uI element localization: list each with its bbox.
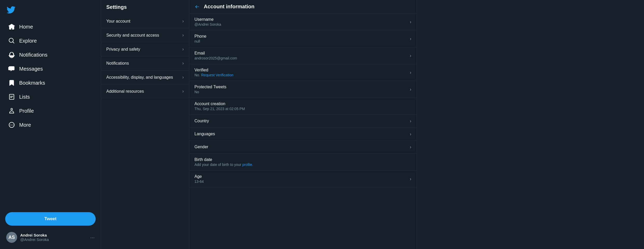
account-row-left-languages: Languages: [194, 132, 410, 137]
settings-item-label-accessibility: Accessibility, display, and languages: [106, 75, 173, 80]
sidebar-item-more[interactable]: More: [2, 118, 99, 131]
account-panel: Account information Username @Andrei Sor…: [189, 0, 417, 249]
account-row-value-phone: null: [194, 39, 200, 43]
account-row-left-account-creation: Account creation Thu, Sep 21, 2023 at 02…: [194, 102, 411, 111]
chevron-right-icon: ›: [182, 60, 184, 66]
account-row-age[interactable]: Age 13-64 ›: [189, 171, 417, 187]
sidebar-item-messages[interactable]: Messages: [2, 62, 99, 75]
account-row-left-verified: Verified No. Request Verification: [194, 68, 410, 77]
chevron-right-icon: ›: [410, 118, 411, 124]
account-row-left-protected-tweets: Protected Tweets No: [194, 85, 410, 94]
settings-item-notifications[interactable]: Notifications ›: [101, 56, 189, 70]
sidebar: Home Explore Notifications Messages Book: [0, 0, 101, 249]
right-space: [417, 0, 644, 249]
back-button[interactable]: [194, 4, 200, 9]
chevron-right-icon: ›: [410, 19, 411, 25]
home-icon: [8, 23, 15, 30]
account-row-val-protected-tweets: No: [194, 90, 410, 94]
account-rows: Username @Andrei Soroka › Phone null › E…: [189, 14, 417, 187]
account-row-key-age: Age: [194, 174, 410, 179]
chevron-right-icon: ›: [182, 18, 184, 24]
account-row-country[interactable]: Country ›: [189, 115, 417, 128]
twitter-logo[interactable]: [0, 2, 101, 19]
avatar: AS: [6, 232, 17, 243]
account-row-username[interactable]: Username @Andrei Soroka ›: [189, 14, 417, 30]
account-row-key-account-creation: Account creation: [194, 102, 411, 106]
chevron-right-icon: ›: [410, 131, 411, 137]
account-row-key-gender: Gender: [194, 145, 410, 149]
notifications-label: Notifications: [19, 52, 47, 58]
account-row-value-username: @Andrei Soroka: [194, 22, 221, 26]
user-name: Andrei Soroka: [20, 233, 87, 237]
account-row-left-username: Username @Andrei Soroka: [194, 17, 410, 26]
settings-item-label-your-account: Your account: [106, 19, 130, 24]
settings-item-label-notifications: Notifications: [106, 61, 129, 66]
user-more-button[interactable]: ···: [90, 234, 95, 240]
sidebar-item-notifications[interactable]: Notifications: [2, 48, 99, 61]
more-icon: [8, 122, 15, 128]
account-row-key-verified: Verified: [194, 68, 410, 72]
chevron-right-icon: ›: [410, 87, 411, 92]
account-row-value-age: 13-64: [194, 179, 204, 184]
account-row-account-creation: Account creation Thu, Sep 21, 2023 at 02…: [189, 98, 417, 115]
chevron-right-icon: ›: [182, 32, 184, 38]
account-row-left-gender: Gender: [194, 145, 410, 150]
chevron-right-icon: ›: [410, 70, 411, 75]
settings-item-security[interactable]: Security and account access ›: [101, 28, 189, 42]
sidebar-item-home[interactable]: Home: [2, 20, 99, 33]
settings-header: Settings: [101, 0, 189, 14]
lists-label: Lists: [19, 94, 30, 100]
account-row-left-country: Country: [194, 119, 410, 124]
birth-date-prefix: Add your date of birth to your: [194, 163, 242, 167]
lists-icon: [8, 93, 15, 100]
account-row-email[interactable]: Email androsor2025@gmail.com ›: [189, 47, 417, 64]
settings-item-privacy[interactable]: Privacy and safety ›: [101, 42, 189, 56]
sidebar-item-explore[interactable]: Explore: [2, 34, 99, 47]
account-row-val-email: androsor2025@gmail.com: [194, 56, 410, 60]
sidebar-item-lists[interactable]: Lists: [2, 90, 99, 103]
account-row-key-country: Country: [194, 119, 410, 123]
chevron-right-icon: ›: [410, 144, 411, 150]
account-row-phone[interactable]: Phone null ›: [189, 30, 417, 47]
account-row-value-account-creation: Thu, Sep 21, 2023 at 02:05 PM: [194, 107, 245, 111]
account-row-birth-date[interactable]: Birth date Add your date of birth to you…: [189, 154, 417, 171]
settings-items: Your account › Security and account acce…: [101, 14, 189, 98]
account-row-val-username: @Andrei Soroka: [194, 22, 410, 26]
sidebar-item-profile[interactable]: Profile: [2, 104, 99, 117]
messages-icon: [8, 65, 15, 72]
account-row-left-phone: Phone null: [194, 34, 410, 43]
user-profile-bar[interactable]: AS Andrei Soroka @Andrei Soroka ···: [2, 229, 99, 246]
settings-item-additional[interactable]: Additional resources ›: [101, 84, 189, 98]
account-row-val-verified: No. Request Verification: [194, 73, 410, 77]
settings-item-accessibility[interactable]: Accessibility, display, and languages ›: [101, 70, 189, 84]
account-row-value-email: androsor2025@gmail.com: [194, 56, 237, 60]
account-header: Account information: [189, 0, 417, 14]
notifications-icon: [8, 51, 15, 58]
chevron-right-icon: ›: [182, 89, 184, 94]
sidebar-item-bookmarks[interactable]: Bookmarks: [2, 76, 99, 89]
account-row-protected-tweets[interactable]: Protected Tweets No ›: [189, 81, 417, 98]
chevron-right-icon: ›: [410, 36, 411, 42]
profile-icon: [8, 107, 15, 114]
user-handle: @Andrei Soroka: [20, 237, 87, 242]
account-row-left-age: Age 13-64: [194, 174, 410, 184]
birth-date-link[interactable]: profile: [242, 163, 252, 167]
account-row-languages[interactable]: Languages ›: [189, 128, 417, 141]
tweet-button[interactable]: Tweet: [5, 212, 96, 226]
account-row-left-birth-date: Birth date Add your date of birth to you…: [194, 157, 411, 167]
settings-panel: Settings Your account › Security and acc…: [101, 0, 189, 249]
birth-date-suffix: .: [252, 163, 253, 167]
account-row-val-birth-date: Add your date of birth to your profile.: [194, 163, 411, 167]
chevron-right-icon: ›: [182, 75, 184, 80]
explore-icon: [8, 37, 15, 44]
settings-item-label-additional: Additional resources: [106, 89, 144, 94]
account-row-value-protected-tweets: No: [194, 90, 199, 94]
more-label: More: [19, 122, 31, 128]
account-row-left-email: Email androsor2025@gmail.com: [194, 51, 410, 60]
account-row-gender[interactable]: Gender ›: [189, 141, 417, 154]
request-verification-link[interactable]: Request Verification: [201, 73, 234, 77]
settings-item-your-account[interactable]: Your account ›: [101, 14, 189, 28]
account-row-verified[interactable]: Verified No. Request Verification ›: [189, 64, 417, 81]
settings-item-label-privacy: Privacy and safety: [106, 47, 140, 52]
account-row-val-age: 13-64: [194, 179, 410, 184]
